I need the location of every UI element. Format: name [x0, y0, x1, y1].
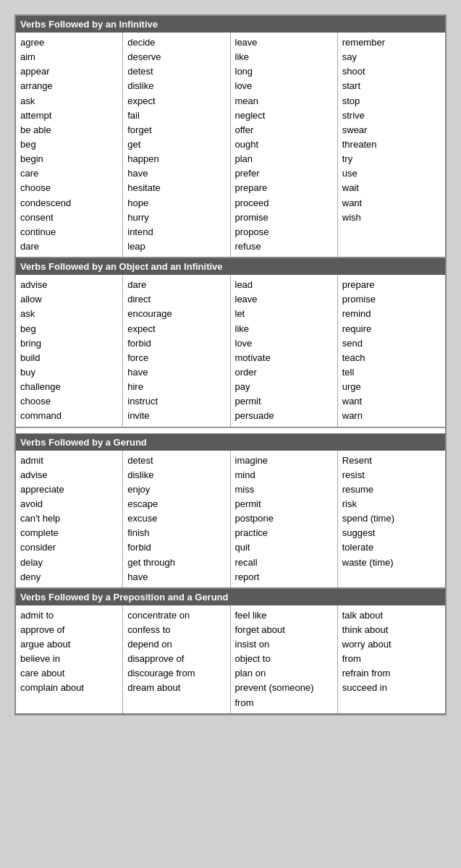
col-text-gerund-3: Resent resist resume risk spend (time) s… — [342, 454, 441, 570]
col-gerund-0: admit advise appreciate avoid can't help… — [16, 451, 123, 587]
col-preposition-gerund-2: feel like forget about insist on object … — [231, 605, 338, 713]
main-page: Verbs Followed by an Infinitiveagree aim… — [14, 14, 447, 715]
col-text-object-infinitive-1: dare direct encourage expect forbid forc… — [127, 278, 225, 423]
section-header-gerund: Verbs Followed by a Gerund — [16, 434, 445, 451]
col-preposition-gerund-0: admit to approve of argue about believe … — [16, 605, 123, 713]
section-object-infinitive: Verbs Followed by an Object and an Infin… — [15, 258, 446, 433]
section-body-preposition-gerund: admit to approve of argue about believe … — [16, 605, 445, 714]
section-header-infinitive: Verbs Followed by an Infinitive — [16, 16, 445, 33]
col-text-preposition-gerund-1: concentrate on confess to depend on disa… — [127, 608, 225, 696]
col-object-infinitive-3: prepare promise remind require send teac… — [338, 275, 445, 426]
col-text-object-infinitive-2: lead leave let like love motivate order … — [235, 278, 333, 423]
col-infinitive-3: remember say shoot start stop strive swe… — [338, 33, 445, 257]
col-infinitive-1: decide deserve detest dislike expect fai… — [123, 33, 230, 257]
col-text-infinitive-3: remember say shoot start stop strive swe… — [342, 35, 441, 225]
col-text-gerund-0: admit advise appreciate avoid can't help… — [20, 454, 118, 584]
col-object-infinitive-0: advise allow ask beg bring build buy cha… — [16, 275, 123, 426]
col-text-infinitive-2: leave like long love mean neglect offer … — [235, 35, 333, 254]
col-text-gerund-2: imagine mind miss permit postpone practi… — [235, 454, 333, 584]
col-object-infinitive-2: lead leave let like love motivate order … — [231, 275, 338, 426]
col-text-infinitive-0: agree aim appear arrange ask attempt be … — [20, 35, 118, 254]
col-text-preposition-gerund-3: talk about think about worry about from … — [342, 608, 441, 696]
section-header-preposition-gerund: Verbs Followed by a Preposition and a Ge… — [16, 589, 445, 605]
section-gerund: Verbs Followed by a Gerundadmit advise a… — [15, 433, 446, 588]
col-text-infinitive-1: decide deserve detest dislike expect fai… — [127, 35, 225, 254]
col-infinitive-0: agree aim appear arrange ask attempt be … — [16, 33, 123, 257]
col-infinitive-2: leave like long love mean neglect offer … — [231, 33, 338, 257]
section-header-object-infinitive: Verbs Followed by an Object and an Infin… — [16, 258, 445, 275]
section-body-object-infinitive: advise allow ask beg bring build buy cha… — [16, 275, 445, 427]
col-gerund-1: detest dislike enjoy escape excuse finis… — [123, 451, 230, 587]
col-object-infinitive-1: dare direct encourage expect forbid forc… — [123, 275, 230, 426]
section-body-infinitive: agree aim appear arrange ask attempt be … — [16, 33, 445, 258]
section-preposition-gerund: Verbs Followed by a Preposition and a Ge… — [15, 588, 446, 715]
col-gerund-2: imagine mind miss permit postpone practi… — [231, 451, 338, 587]
spacer-row — [16, 427, 445, 433]
col-text-object-infinitive-0: advise allow ask beg bring build buy cha… — [20, 278, 118, 423]
col-text-gerund-1: detest dislike enjoy escape excuse finis… — [127, 454, 225, 584]
col-gerund-3: Resent resist resume risk spend (time) s… — [338, 451, 445, 587]
col-text-preposition-gerund-0: admit to approve of argue about believe … — [20, 608, 118, 696]
col-text-preposition-gerund-2: feel like forget about insist on object … — [235, 608, 333, 710]
col-text-object-infinitive-3: prepare promise remind require send teac… — [342, 278, 441, 423]
col-preposition-gerund-3: talk about think about worry about from … — [338, 605, 445, 713]
col-preposition-gerund-1: concentrate on confess to depend on disa… — [123, 605, 230, 713]
section-body-gerund: admit advise appreciate avoid can't help… — [16, 451, 445, 588]
section-infinitive: Verbs Followed by an Infinitiveagree aim… — [15, 15, 446, 258]
